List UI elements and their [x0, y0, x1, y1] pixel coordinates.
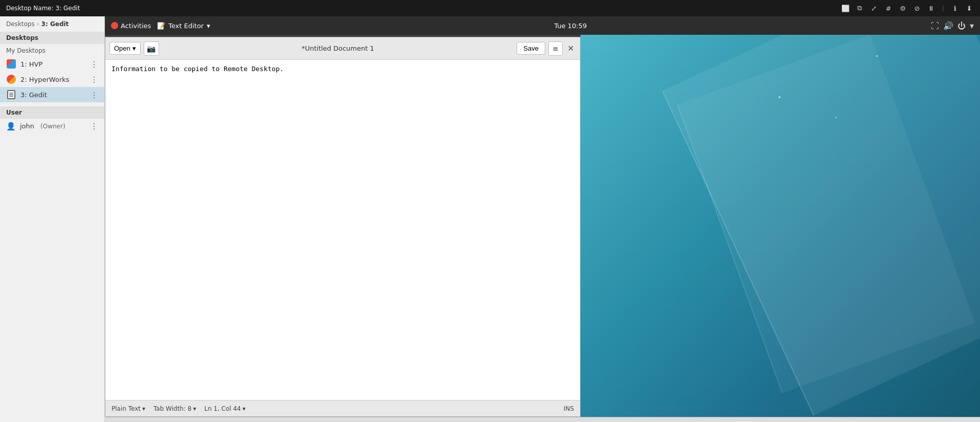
desktop-background — [581, 35, 980, 417]
gnome-bar-right: ⛶ 🔊 ⏻ ▾ — [931, 21, 974, 31]
sidebar-item-hyperworks[interactable]: 2: HyperWorks ⋮ — [0, 72, 104, 87]
grid-icon[interactable]: # — [884, 4, 893, 13]
hvp-menu-icon[interactable]: ⋮ — [90, 59, 98, 69]
gedit-icon — [6, 90, 16, 100]
system-menu-arrow[interactable]: ▾ — [970, 21, 974, 31]
sidebar-item-hvp[interactable]: 1: HVP ⋮ — [0, 56, 104, 72]
language-arrow: ▾ — [142, 405, 145, 412]
breadcrumb-parent[interactable]: Desktops — [6, 20, 35, 28]
download-icon[interactable]: ⬇ — [965, 4, 974, 13]
breadcrumb-current: 3: Gedit — [41, 20, 69, 28]
open-button[interactable]: Open ▾ — [109, 42, 141, 55]
open-dropdown-arrow[interactable]: ▾ — [132, 45, 136, 52]
breadcrumb: Desktops › 3: Gedit — [0, 16, 104, 32]
close-icon: ✕ — [567, 43, 574, 53]
hyperworks-icon — [6, 74, 16, 84]
settings-icon[interactable]: ⚙ — [898, 4, 907, 13]
language-label: Plain Text — [112, 405, 141, 412]
network-icon[interactable]: ⛶ — [931, 21, 939, 31]
close-button[interactable]: ✕ — [566, 43, 576, 54]
ins-label: INS — [564, 405, 574, 412]
gedit-window: Open ▾ 📷 *Untitled Document 1 Save ≡ — [105, 37, 581, 417]
system-bar: Desktop Name: 3: Gedit ⬜ ⧉ ⤢ # ⚙ ⊘ ⏸ | ℹ… — [0, 0, 980, 16]
app-menu-button[interactable]: 📝 Text Editor ▾ — [157, 22, 210, 30]
chart-icon[interactable]: ⏸ — [927, 4, 936, 13]
main-area: Desktops › 3: Gedit Desktops My Desktops… — [0, 16, 980, 422]
activities-red-dot — [111, 22, 118, 29]
editor-textarea[interactable] — [105, 60, 580, 400]
app-menu-arrow: ▾ — [207, 22, 210, 30]
save-button[interactable]: Save — [517, 42, 545, 55]
system-bar-left: Desktop Name: 3: Gedit — [6, 5, 80, 12]
gedit-menu-icon[interactable]: ⋮ — [90, 90, 98, 100]
hamburger-icon: ≡ — [552, 45, 559, 53]
sidebar: Desktops › 3: Gedit Desktops My Desktops… — [0, 16, 105, 422]
tab-width-selector[interactable]: Tab Width: 8 ▾ — [153, 405, 196, 412]
system-bar-right: ⬜ ⧉ ⤢ # ⚙ ⊘ ⏸ | ℹ ⬇ — [841, 4, 974, 13]
hvp-icon — [6, 59, 16, 69]
screenshot-button[interactable]: 📷 — [144, 41, 159, 56]
tab-width-label: Tab Width: 8 — [153, 405, 191, 412]
activities-button[interactable]: Activities — [111, 22, 151, 30]
resize-icon[interactable]: ⤢ — [870, 4, 879, 13]
cancel-icon[interactable]: ⊘ — [912, 4, 922, 13]
bottom-scrollbar[interactable] — [105, 417, 980, 422]
info-icon[interactable]: ℹ — [950, 4, 960, 13]
hvp-label: 1: HVP — [20, 60, 86, 68]
user-avatar-icon: 👤 — [6, 122, 16, 131]
hyperworks-menu-icon[interactable]: ⋮ — [90, 75, 98, 84]
user-menu-icon[interactable]: ⋮ — [90, 121, 98, 131]
user-role: (Owner) — [40, 123, 65, 130]
position-arrow: ▾ — [242, 405, 246, 412]
gnome-bar-time: Tue 10:59 — [554, 22, 587, 30]
language-selector[interactable]: Plain Text ▾ — [112, 405, 145, 412]
gnome-bar: Activities 📝 Text Editor ▾ Tue 10:59 ⛶ 🔊… — [105, 16, 980, 35]
user-section-label: User — [0, 106, 104, 119]
desktop-area: Activities 📝 Text Editor ▾ Tue 10:59 ⛶ 🔊… — [105, 16, 980, 422]
monitor-icon[interactable]: ⬜ — [841, 4, 850, 13]
my-desktops-label: My Desktops — [0, 44, 104, 56]
document-title: *Untitled Document 1 — [302, 45, 374, 52]
position-selector[interactable]: Ln 1, Col 44 ▾ — [205, 405, 246, 412]
user-name: john — [20, 122, 34, 130]
clock-label: Tue 10:59 — [554, 22, 587, 30]
gnome-bar-left: Activities 📝 Text Editor ▾ — [111, 22, 210, 30]
desktop-name-label: Desktop Name: 3: Gedit — [6, 5, 80, 12]
position-label: Ln 1, Col 44 — [205, 405, 241, 412]
hyperworks-label: 2: HyperWorks — [20, 76, 86, 83]
save-label: Save — [523, 45, 539, 52]
app-menu-label: Text Editor — [168, 22, 204, 30]
user-section: User 👤 john (Owner) ⋮ — [0, 106, 104, 134]
gedit-statusbar: Plain Text ▾ Tab Width: 8 ▾ Ln 1, Col 44… — [105, 400, 580, 416]
volume-icon[interactable]: 🔊 — [943, 21, 953, 31]
camera-icon: 📷 — [147, 45, 155, 53]
copy-icon[interactable]: ⧉ — [855, 4, 864, 13]
breadcrumb-separator: › — [37, 20, 39, 28]
desktops-section-label: Desktops — [0, 32, 104, 44]
tab-width-arrow: ▾ — [193, 405, 196, 412]
user-item-john: 👤 john (Owner) ⋮ — [0, 119, 104, 134]
open-label: Open — [114, 45, 130, 52]
power-icon[interactable]: ⏻ — [957, 21, 966, 31]
menu-button[interactable]: ≡ — [548, 41, 563, 56]
gedit-toolbar: Open ▾ 📷 *Untitled Document 1 Save ≡ — [105, 37, 580, 60]
gedit-label: 3: Gedit — [20, 91, 86, 99]
activities-label: Activities — [121, 22, 151, 30]
sidebar-item-gedit[interactable]: 3: Gedit ⋮ — [0, 87, 104, 102]
